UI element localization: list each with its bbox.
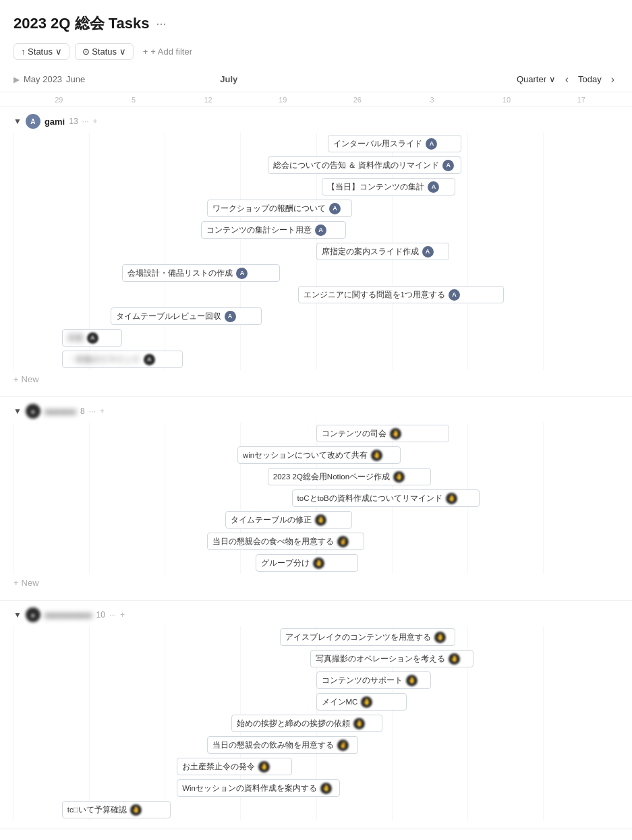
task-bar[interactable]: Winセッションの資料作成を案内する 🤚 xyxy=(177,779,340,797)
task-bar[interactable]: エンジニアに関する問題を1つ用意する A xyxy=(298,286,504,303)
task-label: 衣装 xyxy=(67,333,84,343)
group-add-2[interactable]: + xyxy=(100,407,105,416)
task-avatar: 🤚 xyxy=(361,696,372,708)
task-avatar: 🤚 xyxy=(406,675,418,686)
task-bar[interactable]: アイスブレイクのコンテンツを用意する 🤚 xyxy=(280,628,455,646)
task-bar[interactable]: winセッションについて改めて共有 🤚 xyxy=(237,446,401,464)
date-17: 17 xyxy=(544,96,619,104)
task-bar[interactable]: メインMC 🤚 xyxy=(316,693,407,711)
filter-bar: ↑ Status ∨ ⊙ Status ∨ + + Add filter xyxy=(0,40,632,67)
avatar-2: ● xyxy=(26,404,40,419)
task-bar[interactable]: 当日の懇親会の食べ物を用意する ✌️ xyxy=(207,533,364,550)
new-task-gami-btn[interactable]: + New xyxy=(0,370,632,388)
task-bar[interactable]: 【当日】コンテンツの集計 A xyxy=(322,178,455,196)
group-toggle-2[interactable]: ▼ xyxy=(13,407,22,416)
task-avatar: A xyxy=(442,160,454,171)
task-bar[interactable]: toCとtoBの資料作成についてリマインド 🤚 xyxy=(292,489,480,507)
task-row: 2023 2Q総会用Notionページ作成 🤚 xyxy=(13,466,619,487)
group-name-3: ●●●●●●●●● xyxy=(45,610,92,620)
task-avatar: A xyxy=(87,332,98,344)
collapse-icon[interactable]: ▶ xyxy=(13,75,20,84)
task-row: タイムテーブルの修正 🤚 xyxy=(13,509,619,531)
task-label: コンテンツの司会 xyxy=(322,429,386,439)
task-bar[interactable]: 総会についての告知 ＆ 資料作成のリマインド A xyxy=(268,156,461,174)
task-row: 始めの挨拶と締めの挨拶の依頼 🤚 xyxy=(13,713,619,734)
task-label: 席指定の案内スライド作成 xyxy=(322,247,419,257)
group-more-2[interactable]: ··· xyxy=(89,407,96,416)
task-row: toCとtoBの資料作成についてリマインド 🤚 xyxy=(13,487,619,509)
task-bar[interactable]: グループ分け 🤚 xyxy=(256,554,358,572)
task-label: インターバル用スライド xyxy=(333,139,422,149)
task-row: 写真撮影のオペレーションを考える 🤚 xyxy=(13,648,619,669)
new-task-group2-btn[interactable]: + New xyxy=(0,574,632,592)
task-row: インターバル用スライド A xyxy=(13,133,619,154)
group-gami-header: ▼ A gami 13 ··· + xyxy=(0,107,632,133)
task-bar[interactable]: ・衣装のリマインド A xyxy=(62,351,183,368)
task-row: ワークショップの報酬について A xyxy=(13,198,619,219)
group-add-3[interactable]: + xyxy=(120,610,125,620)
task-bar[interactable]: 席指定の案内スライド作成 A xyxy=(316,243,449,260)
task-bar[interactable]: タイムテーブルの修正 🤚 xyxy=(225,511,352,529)
group-3-header: ▼ ● ●●●●●●●●● 10 ··· + xyxy=(0,601,632,626)
task-label: グループ分け xyxy=(261,558,310,568)
task-avatar: 🤚 xyxy=(393,471,405,483)
add-filter-btn[interactable]: + + Add filter xyxy=(139,44,196,59)
task-bar[interactable]: 会場設計・備品リストの作成 A xyxy=(122,264,279,282)
task-bar[interactable]: インターバル用スライド A xyxy=(328,135,461,152)
quarter-btn[interactable]: Quarter ∨ xyxy=(517,74,556,84)
task-label: 【当日】コンテンツの集計 xyxy=(327,182,424,192)
task-avatar: ✌️ xyxy=(337,536,349,547)
task-row: エンジニアに関する問題を1つ用意する A xyxy=(13,284,619,305)
more-menu-icon[interactable]: ··· xyxy=(156,17,166,31)
task-label: 当日の懇親会の食べ物を用意する xyxy=(212,537,334,547)
plus-icon: + xyxy=(13,578,19,588)
status-filter-btn2[interactable]: ⊙ Status ∨ xyxy=(75,43,134,60)
task-label: 2023 2Q総会用Notionページ作成 xyxy=(273,472,390,482)
task-avatar: 🤚 xyxy=(315,514,326,526)
task-row: グループ分け 🤚 xyxy=(13,552,619,574)
group-toggle-gami[interactable]: ▼ xyxy=(13,117,22,126)
task-row: メインMC 🤚 xyxy=(13,691,619,713)
date-10: 10 xyxy=(469,96,544,104)
task-row: コンテンツの司会 🤚 xyxy=(13,423,619,444)
task-bar[interactable]: コンテンツのサポート 🤚 xyxy=(316,671,431,689)
task-bar[interactable]: 2023 2Q総会用Notionページ作成 🤚 xyxy=(268,468,431,485)
task-avatar: 🤚 xyxy=(434,632,446,643)
task-label: ワークショップの報酬について xyxy=(212,204,326,214)
task-bar[interactable]: お土産禁止令の発令 🤚 xyxy=(177,758,291,775)
task-bar[interactable]: 始めの挨拶と締めの挨拶の依頼 🤚 xyxy=(231,715,382,732)
task-row: コンテンツの集計シート用意 A xyxy=(13,219,619,241)
gami-tasks: インターバル用スライド A 総会についての告知 ＆ 資料作成のリマインド A 【… xyxy=(0,133,632,370)
next-btn[interactable]: › xyxy=(607,72,619,87)
status-filter-btn[interactable]: ↑ Status ∨ xyxy=(13,43,69,60)
task-row: 会場設計・備品リストの作成 A xyxy=(13,262,619,284)
today-btn[interactable]: Today xyxy=(578,74,602,84)
task-label: タイムテーブルの修正 xyxy=(231,515,312,525)
task-bar[interactable]: コンテンツの司会 🤚 xyxy=(316,425,449,442)
status-filter-label2: ⊙ Status ∨ xyxy=(82,47,126,57)
task-bar[interactable]: tc□いて予算確認 🤚 xyxy=(62,801,171,818)
prev-btn[interactable]: ‹ xyxy=(561,72,573,87)
task-bar[interactable]: 当日の懇親会の飲み物を用意する ✌️ xyxy=(207,736,358,754)
task-label: アイスブレイクのコンテンツを用意する xyxy=(285,632,431,642)
group-count-gami: 13 xyxy=(69,117,78,126)
task-avatar: 🤚 xyxy=(449,653,460,665)
task-bar[interactable]: タイムテーブルレビュー回収 A xyxy=(111,307,262,325)
task-avatar: A xyxy=(315,224,326,236)
task-label: メインMC xyxy=(322,697,358,707)
new-label: New xyxy=(22,578,39,588)
group-more-gami[interactable]: ··· xyxy=(82,117,89,126)
task-row: 衣装 A xyxy=(13,327,619,349)
group-count-2: 8 xyxy=(80,407,85,416)
avatar-gami: A xyxy=(26,114,40,129)
group-3: ▼ ● ●●●●●●●●● 10 ··· + アイスブレイクのコンテンツを用意す… xyxy=(0,601,632,829)
date-26: 26 xyxy=(320,96,395,104)
task-row: 総会についての告知 ＆ 資料作成のリマインド A xyxy=(13,154,619,176)
task-bar[interactable]: コンテンツの集計シート用意 A xyxy=(201,221,346,239)
task-bar[interactable]: 衣装 A xyxy=(62,329,123,347)
task-bar[interactable]: 写真撮影のオペレーションを考える 🤚 xyxy=(310,650,473,667)
group-add-gami[interactable]: + xyxy=(93,117,98,126)
task-bar[interactable]: ワークショップの報酬について A xyxy=(207,200,352,217)
group-more-3[interactable]: ··· xyxy=(109,610,116,620)
group-toggle-3[interactable]: ▼ xyxy=(13,610,22,620)
